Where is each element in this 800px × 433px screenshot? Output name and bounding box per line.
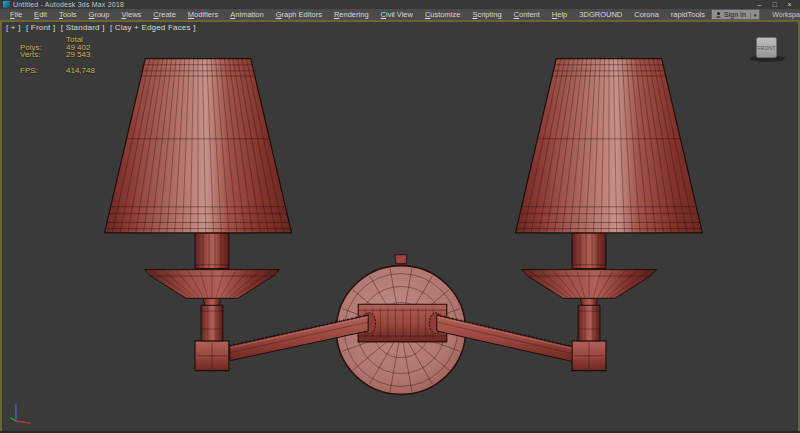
menu-item-group[interactable]: Group: [83, 10, 116, 19]
menu-item-content[interactable]: Content: [508, 10, 546, 19]
viewport[interactable]: [ + ] [ Front ] [ Standard ] [ Clay + Ed…: [0, 20, 800, 433]
menu-item-animation[interactable]: Animation: [224, 10, 269, 19]
viewport-pov-menu[interactable]: [ Front ]: [26, 23, 55, 32]
viewport-shading-menu[interactable]: [ Clay + Edged Faces ]: [110, 23, 196, 32]
3ds-max-logo-icon: [3, 1, 10, 8]
title-bar: Untitled - Autodesk 3ds Max 2018 – □ ×: [0, 0, 800, 9]
viewcube[interactable]: FRONT: [749, 33, 786, 65]
window-controls: – □ ×: [752, 0, 797, 9]
minimize-button[interactable]: –: [752, 0, 767, 9]
menu-item-corona[interactable]: Corona: [628, 10, 665, 19]
close-button[interactable]: ×: [782, 0, 797, 9]
maximize-button[interactable]: □: [767, 0, 782, 9]
menu-item-views[interactable]: Views: [115, 10, 147, 19]
menu-item-modifiers[interactable]: Modifiers: [182, 10, 224, 19]
window-title: Untitled - Autodesk 3ds Max 2018: [13, 1, 124, 8]
menu-bar: File Edit Tools Group Views Create Modif…: [0, 9, 800, 20]
stats-verts-value: 29 543: [66, 51, 95, 59]
viewport-perview-menu[interactable]: [ Standard ]: [61, 23, 105, 32]
menu-item-scripting[interactable]: Scripting: [466, 10, 507, 19]
chevron-down-icon[interactable]: ▾: [750, 12, 757, 18]
menu-item-civil-view[interactable]: Civil View: [375, 10, 419, 19]
scene-canvas[interactable]: [2, 22, 798, 431]
workspaces-label: Workspaces:: [772, 11, 800, 18]
viewcube-front-face[interactable]: FRONT: [756, 37, 777, 58]
menu-item-file[interactable]: File: [4, 10, 28, 19]
menu-item-rendering[interactable]: Rendering: [328, 10, 375, 19]
user-icon: [715, 11, 722, 18]
menu-item-create[interactable]: Create: [147, 10, 182, 19]
viewport-label: [ + ] [ Front ] [ Standard ] [ Clay + Ed…: [6, 23, 199, 32]
sign-in-label: Sign In: [724, 11, 746, 18]
viewport-general-menu[interactable]: [ + ]: [6, 23, 21, 32]
menu-item-tools[interactable]: Tools: [53, 10, 83, 19]
menu-item-3dground[interactable]: 3DGROUND: [573, 10, 628, 19]
stats-fps-value: 414,748: [66, 67, 95, 75]
menu-item-edit[interactable]: Edit: [28, 10, 53, 19]
menu-item-rapidtools[interactable]: rapidTools: [665, 10, 711, 19]
stats-fps-label: FPS:: [20, 67, 66, 75]
menu-item-customize[interactable]: Customize: [419, 10, 466, 19]
menu-item-graph-editors[interactable]: Graph Editors: [270, 10, 328, 19]
statistics-overlay: Total Polys: 49 402 Verts: 29 543 FPS: 4…: [20, 36, 95, 74]
stats-verts-label: Verts:: [20, 51, 66, 59]
menu-item-help[interactable]: Help: [546, 10, 573, 19]
sign-in-button[interactable]: Sign In ▾: [711, 9, 760, 20]
